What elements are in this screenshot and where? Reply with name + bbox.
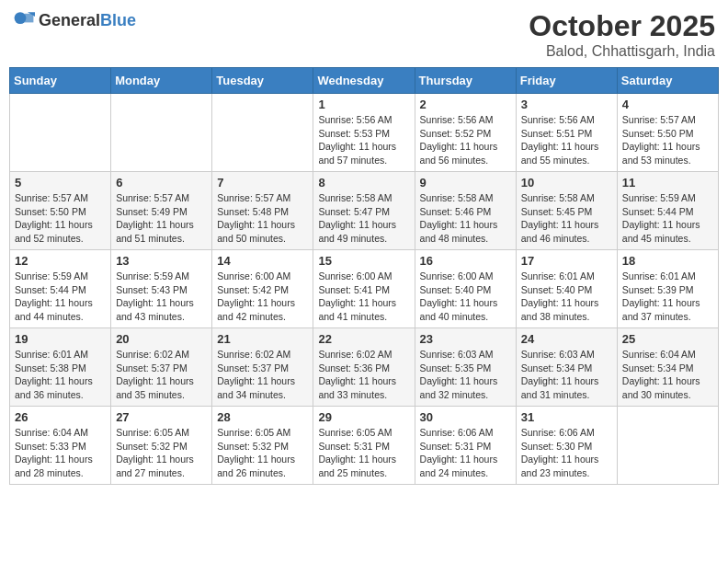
calendar-cell: 10Sunrise: 5:58 AM Sunset: 5:45 PM Dayli…: [516, 172, 617, 250]
day-info: Sunrise: 6:06 AM Sunset: 5:30 PM Dayligh…: [521, 426, 612, 480]
calendar-cell: [111, 94, 212, 172]
title-block: October 2025 Balod, Chhattisgarh, India: [529, 9, 715, 60]
day-info: Sunrise: 6:04 AM Sunset: 5:34 PM Dayligh…: [622, 348, 713, 402]
day-number: 3: [521, 98, 612, 111]
day-info: Sunrise: 6:05 AM Sunset: 5:32 PM Dayligh…: [116, 426, 207, 480]
day-info: Sunrise: 6:01 AM Sunset: 5:40 PM Dayligh…: [521, 270, 612, 324]
day-number: 24: [521, 332, 612, 346]
svg-point-0: [15, 12, 27, 24]
day-number: 13: [116, 254, 207, 268]
day-number: 27: [116, 410, 207, 424]
calendar-week-row: 12Sunrise: 5:59 AM Sunset: 5:44 PM Dayli…: [10, 250, 719, 328]
day-info: Sunrise: 6:00 AM Sunset: 5:42 PM Dayligh…: [217, 270, 308, 324]
calendar-cell: 6Sunrise: 5:57 AM Sunset: 5:49 PM Daylig…: [111, 172, 212, 250]
day-number: 6: [116, 176, 207, 190]
calendar-cell: 8Sunrise: 5:58 AM Sunset: 5:47 PM Daylig…: [313, 172, 415, 250]
day-number: 15: [318, 254, 409, 268]
day-info: Sunrise: 5:58 AM Sunset: 5:46 PM Dayligh…: [420, 191, 511, 246]
calendar-cell: 15Sunrise: 6:00 AM Sunset: 5:41 PM Dayli…: [313, 250, 415, 328]
day-number: 19: [15, 332, 106, 346]
location-title: Balod, Chhattisgarh, India: [529, 43, 715, 60]
svg-marker-1: [25, 14, 34, 23]
day-number: 21: [217, 332, 308, 346]
calendar-cell: [212, 94, 313, 172]
day-info: Sunrise: 5:57 AM Sunset: 5:50 PM Dayligh…: [622, 113, 713, 167]
day-number: 23: [420, 332, 511, 346]
month-title: October 2025: [529, 9, 715, 43]
calendar-cell: 16Sunrise: 6:00 AM Sunset: 5:40 PM Dayli…: [415, 250, 516, 328]
day-number: 26: [15, 410, 106, 424]
calendar-cell: 21Sunrise: 6:02 AM Sunset: 5:37 PM Dayli…: [212, 328, 313, 407]
calendar-cell: 7Sunrise: 5:57 AM Sunset: 5:48 PM Daylig…: [212, 172, 313, 250]
logo-icon: [13, 9, 35, 31]
calendar-cell: 23Sunrise: 6:03 AM Sunset: 5:35 PM Dayli…: [415, 328, 516, 407]
day-info: Sunrise: 6:03 AM Sunset: 5:35 PM Dayligh…: [420, 348, 511, 402]
day-number: 28: [217, 410, 308, 424]
day-info: Sunrise: 5:58 AM Sunset: 5:47 PM Dayligh…: [318, 191, 409, 246]
calendar-cell: 13Sunrise: 5:59 AM Sunset: 5:43 PM Dayli…: [111, 250, 212, 328]
weekday-header: Tuesday: [212, 68, 313, 94]
day-number: 4: [622, 98, 713, 111]
calendar-week-row: 26Sunrise: 6:04 AM Sunset: 5:33 PM Dayli…: [10, 407, 719, 485]
calendar-cell: 14Sunrise: 6:00 AM Sunset: 5:42 PM Dayli…: [212, 250, 313, 328]
day-number: 14: [217, 254, 308, 268]
day-number: 20: [116, 332, 207, 346]
calendar-cell: 26Sunrise: 6:04 AM Sunset: 5:33 PM Dayli…: [10, 407, 111, 485]
calendar-cell: 11Sunrise: 5:59 AM Sunset: 5:44 PM Dayli…: [617, 172, 718, 250]
day-number: 18: [622, 254, 713, 268]
day-info: Sunrise: 6:05 AM Sunset: 5:32 PM Dayligh…: [217, 426, 308, 480]
day-number: 1: [318, 98, 409, 111]
day-info: Sunrise: 6:02 AM Sunset: 5:36 PM Dayligh…: [318, 348, 409, 402]
day-number: 8: [318, 176, 409, 190]
weekday-header: Saturday: [617, 68, 718, 94]
calendar-cell: 3Sunrise: 5:56 AM Sunset: 5:51 PM Daylig…: [516, 94, 617, 172]
day-info: Sunrise: 5:59 AM Sunset: 5:43 PM Dayligh…: [116, 270, 207, 324]
day-info: Sunrise: 5:57 AM Sunset: 5:48 PM Dayligh…: [217, 191, 308, 246]
calendar-week-row: 1Sunrise: 5:56 AM Sunset: 5:53 PM Daylig…: [10, 94, 719, 172]
weekday-header: Sunday: [10, 68, 111, 94]
calendar-cell: [10, 94, 111, 172]
calendar-cell: 19Sunrise: 6:01 AM Sunset: 5:38 PM Dayli…: [10, 328, 111, 407]
day-info: Sunrise: 6:00 AM Sunset: 5:41 PM Dayligh…: [318, 270, 409, 324]
calendar-cell: 30Sunrise: 6:06 AM Sunset: 5:31 PM Dayli…: [415, 407, 516, 485]
day-number: 16: [420, 254, 511, 268]
day-number: 2: [420, 98, 511, 111]
day-number: 31: [521, 410, 612, 424]
calendar-cell: 5Sunrise: 5:57 AM Sunset: 5:50 PM Daylig…: [10, 172, 111, 250]
weekday-header-row: SundayMondayTuesdayWednesdayThursdayFrid…: [10, 68, 719, 94]
calendar-week-row: 19Sunrise: 6:01 AM Sunset: 5:38 PM Dayli…: [10, 328, 719, 407]
calendar-cell: 20Sunrise: 6:02 AM Sunset: 5:37 PM Dayli…: [111, 328, 212, 407]
calendar-cell: 27Sunrise: 6:05 AM Sunset: 5:32 PM Dayli…: [111, 407, 212, 485]
day-number: 10: [521, 176, 612, 190]
calendar-cell: 4Sunrise: 5:57 AM Sunset: 5:50 PM Daylig…: [617, 94, 718, 172]
page-header: GeneralBlue October 2025 Balod, Chhattis…: [9, 9, 719, 60]
day-info: Sunrise: 5:56 AM Sunset: 5:52 PM Dayligh…: [420, 113, 511, 167]
calendar-cell: 22Sunrise: 6:02 AM Sunset: 5:36 PM Dayli…: [313, 328, 415, 407]
day-number: 9: [420, 176, 511, 190]
logo-text-general: General: [39, 11, 100, 29]
day-info: Sunrise: 6:00 AM Sunset: 5:40 PM Dayligh…: [420, 270, 511, 324]
day-info: Sunrise: 6:06 AM Sunset: 5:31 PM Dayligh…: [420, 426, 511, 480]
calendar-cell: 24Sunrise: 6:03 AM Sunset: 5:34 PM Dayli…: [516, 328, 617, 407]
calendar-cell: 9Sunrise: 5:58 AM Sunset: 5:46 PM Daylig…: [415, 172, 516, 250]
weekday-header: Friday: [516, 68, 617, 94]
day-info: Sunrise: 5:56 AM Sunset: 5:53 PM Dayligh…: [318, 113, 409, 167]
day-number: 30: [420, 410, 511, 424]
day-info: Sunrise: 6:01 AM Sunset: 5:38 PM Dayligh…: [15, 348, 106, 402]
day-number: 25: [622, 332, 713, 346]
day-info: Sunrise: 6:03 AM Sunset: 5:34 PM Dayligh…: [521, 348, 612, 402]
calendar-cell: 18Sunrise: 6:01 AM Sunset: 5:39 PM Dayli…: [617, 250, 718, 328]
day-info: Sunrise: 6:05 AM Sunset: 5:31 PM Dayligh…: [318, 426, 409, 480]
day-info: Sunrise: 6:04 AM Sunset: 5:33 PM Dayligh…: [15, 426, 106, 480]
day-number: 7: [217, 176, 308, 190]
calendar-table: SundayMondayTuesdayWednesdayThursdayFrid…: [9, 67, 719, 485]
day-number: 12: [15, 254, 106, 268]
weekday-header: Monday: [111, 68, 212, 94]
day-info: Sunrise: 5:59 AM Sunset: 5:44 PM Dayligh…: [622, 191, 713, 246]
calendar-week-row: 5Sunrise: 5:57 AM Sunset: 5:50 PM Daylig…: [10, 172, 719, 250]
day-info: Sunrise: 6:02 AM Sunset: 5:37 PM Dayligh…: [116, 348, 207, 402]
day-info: Sunrise: 5:59 AM Sunset: 5:44 PM Dayligh…: [15, 270, 106, 324]
day-info: Sunrise: 5:57 AM Sunset: 5:49 PM Dayligh…: [116, 191, 207, 246]
day-info: Sunrise: 5:57 AM Sunset: 5:50 PM Dayligh…: [15, 191, 106, 246]
day-info: Sunrise: 5:58 AM Sunset: 5:45 PM Dayligh…: [521, 191, 612, 246]
